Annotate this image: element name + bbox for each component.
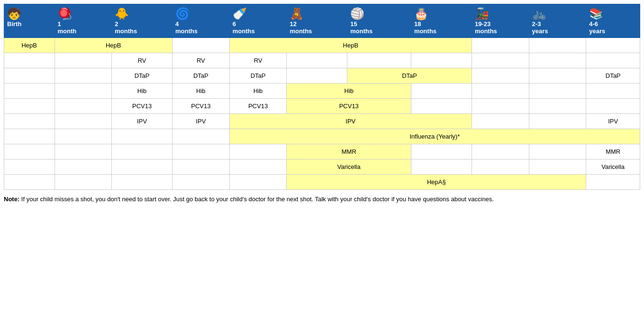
header-2mo: 🐥 2 months	[112, 4, 172, 38]
mmr-46yr-label: MMR	[606, 148, 620, 155]
ipv-1923mo-empty	[472, 114, 529, 129]
mmr-6mo-empty	[229, 144, 287, 159]
header-23yr-label: years	[532, 28, 548, 35]
header-1mo-label: month	[58, 28, 77, 35]
hepb-span-label: HepB	[106, 42, 121, 49]
header-2mo-label: months	[115, 28, 137, 35]
mmr-1mo-empty	[54, 144, 112, 159]
dtap-46yr: DTaP	[586, 68, 640, 84]
ipv-row: IPV IPV IPV IPV	[4, 114, 640, 129]
rv-6mo-label: RV	[254, 57, 263, 64]
varicella-18mo-empty	[411, 159, 472, 175]
varicella-span-label: Varicella	[337, 163, 361, 170]
influenza-birth-empty	[4, 129, 55, 144]
influenza-2mo-empty	[112, 129, 172, 144]
dtap-6mo: DTaP	[229, 68, 287, 84]
varicella-46yr-label: Varicella	[601, 163, 625, 170]
dtap-2mo: DTaP	[112, 68, 172, 84]
dtap-46yr-label: DTaP	[606, 72, 621, 79]
header-23yr: 🚲 2-3 years	[529, 4, 586, 38]
hepa-birth-empty	[4, 175, 55, 190]
ipv-46yr-label: IPV	[608, 118, 618, 125]
46yr-icon: 📚	[589, 7, 637, 20]
header-birth-label: Birth	[7, 20, 21, 28]
hepb-46yr-empty	[586, 38, 640, 53]
hib-row: Hib Hib Hib Hib	[4, 84, 640, 99]
mmr-span-label: MMR	[342, 148, 356, 155]
4mo-icon: 🌀	[175, 7, 227, 20]
mmr-18mo-empty	[411, 144, 472, 159]
influenza-label: Influenza (Yearly)*	[409, 133, 460, 140]
hib-6mo: Hib	[229, 84, 287, 99]
header-15mo-label: months	[350, 28, 372, 35]
hib-6mo-label: Hib	[254, 87, 263, 94]
header-1mo: 🪀 1 month	[54, 4, 112, 38]
varicella-1mo-empty	[54, 159, 112, 175]
header-1923mo-label: months	[475, 28, 497, 35]
hib-birth-empty	[4, 84, 55, 99]
mmr-4mo-empty	[172, 144, 230, 159]
ipv-2mo-label: IPV	[137, 118, 147, 125]
hepb-6-18mo: HepB	[229, 38, 472, 53]
influenza-row: Influenza (Yearly)*	[4, 129, 640, 144]
pcv13-46yr-empty	[586, 99, 640, 114]
header-23yr-num: 2-3	[532, 20, 541, 28]
dtap-row: DTaP DTaP DTaP DTaP DTaP	[4, 68, 640, 84]
dtap-birth-empty	[4, 68, 55, 84]
varicella-46yr: Varicella	[586, 159, 640, 175]
header-4mo-num: 4	[175, 20, 179, 28]
pcv13-1mo-empty	[54, 99, 112, 114]
hepb-4mo-empty	[172, 38, 230, 53]
pcv13-6mo: PCV13	[229, 99, 287, 114]
hib-23yr-empty	[529, 84, 586, 99]
hepb-span2-label: HepB	[343, 42, 359, 49]
header-birth: 🧒 Birth	[4, 4, 55, 38]
pcv13-6mo-label: PCV13	[248, 103, 268, 110]
ipv-1mo-empty	[54, 114, 112, 129]
hib-12-15mo: Hib	[287, 84, 411, 99]
hepb-birth-label: HepB	[21, 42, 37, 49]
dtap-15-18mo: DTaP	[347, 68, 472, 84]
hepb-1923mo-empty	[472, 38, 529, 53]
pcv13-row: PCV13 PCV13 PCV13 PCV13	[4, 99, 640, 114]
pcv13-2mo-label: PCV13	[132, 103, 152, 110]
pcv13-2mo: PCV13	[112, 99, 172, 114]
influenza-1mo-empty	[54, 129, 112, 144]
header-6mo-num: 6	[233, 20, 236, 28]
rv-row: RV RV RV	[4, 53, 640, 68]
mmr-23yr-empty	[529, 144, 586, 159]
varicella-1923mo-empty	[472, 159, 529, 175]
hib-46yr-empty	[586, 84, 640, 99]
1923mo-icon: 🚂	[475, 7, 526, 20]
header-4mo: 🌀 4 months	[172, 4, 230, 38]
header-4mo-label: months	[175, 28, 198, 35]
header-2mo-num: 2	[115, 20, 118, 28]
pcv13-18mo-empty	[411, 99, 472, 114]
hib-2mo-label: Hib	[137, 87, 147, 94]
6mo-icon: 🍼	[233, 7, 284, 20]
rv-46yr-empty	[586, 53, 640, 68]
header-46yr-num: 4-6	[589, 20, 598, 28]
ipv-4mo-label: IPV	[196, 118, 206, 125]
hepb-23yr-empty	[529, 38, 586, 53]
header-18mo: 🎂 18 months	[411, 4, 472, 38]
pcv13-1923mo-empty	[472, 99, 529, 114]
header-15mo-num: 15	[350, 20, 357, 28]
hepa-46yr-empty	[586, 175, 640, 190]
rv-15mo-empty	[347, 53, 411, 68]
18mo-icon: 🎂	[414, 7, 469, 20]
header-12mo-num: 12	[290, 20, 296, 28]
header-46yr-label: years	[589, 28, 605, 35]
header-6mo: 🍼 6 months	[229, 4, 287, 38]
hib-1mo-empty	[54, 84, 112, 99]
dtap-6mo-label: DTaP	[251, 72, 266, 79]
influenza-4mo-empty	[172, 129, 230, 144]
hepb-birth: HepB	[4, 38, 55, 53]
influenza-span: Influenza (Yearly)*	[229, 129, 640, 144]
hib-2mo: Hib	[112, 84, 172, 99]
header-1923mo-num: 19-23	[475, 20, 490, 28]
23yr-icon: 🚲	[532, 7, 583, 20]
mmr-46yr: MMR	[586, 144, 640, 159]
hepb-row: HepB HepB HepB	[4, 38, 640, 53]
rv-2mo: RV	[112, 53, 172, 68]
